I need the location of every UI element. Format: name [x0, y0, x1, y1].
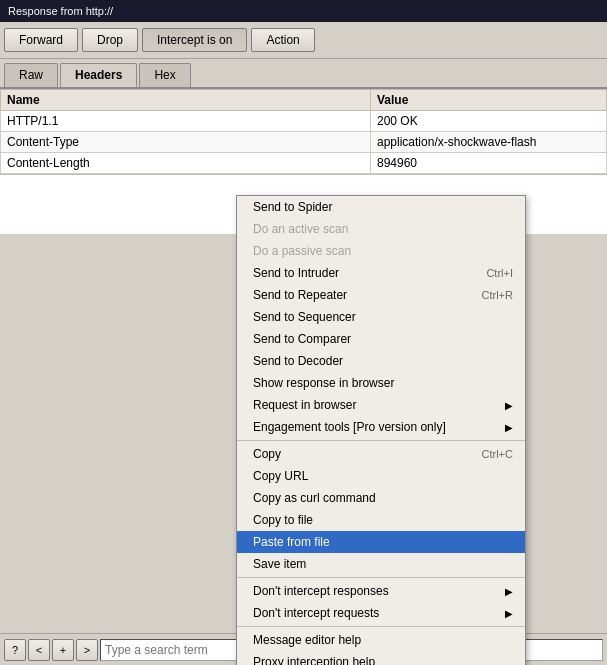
- menu-item-label: Copy: [253, 447, 281, 461]
- submenu-arrow-icon: ▶: [505, 608, 513, 619]
- menu-item: Do a passive scan: [237, 240, 525, 262]
- menu-item-label: Request in browser: [253, 398, 356, 412]
- table-row: HTTP/1.1200 OK: [1, 111, 607, 132]
- menu-item[interactable]: CopyCtrl+C: [237, 443, 525, 465]
- menu-item-shortcut: Ctrl+R: [482, 289, 513, 301]
- table-row: Content-Length894960: [1, 153, 607, 174]
- cell-name: Content-Length: [1, 153, 371, 174]
- menu-item[interactable]: Send to RepeaterCtrl+R: [237, 284, 525, 306]
- menu-item[interactable]: Message editor help: [237, 629, 525, 651]
- menu-item[interactable]: Send to IntruderCtrl+I: [237, 262, 525, 284]
- menu-item-label: Show response in browser: [253, 376, 394, 390]
- menu-item[interactable]: Show response in browser: [237, 372, 525, 394]
- menu-item-label: Copy URL: [253, 469, 308, 483]
- menu-item[interactable]: Send to Comparer: [237, 328, 525, 350]
- plus-button[interactable]: +: [52, 639, 74, 661]
- menu-item[interactable]: Don't intercept requests▶: [237, 602, 525, 624]
- menu-item-label: Send to Comparer: [253, 332, 351, 346]
- title-text: Response from http://: [8, 5, 113, 17]
- drop-button[interactable]: Drop: [82, 28, 138, 52]
- context-menu: Send to SpiderDo an active scanDo a pass…: [236, 195, 526, 665]
- action-button[interactable]: Action: [251, 28, 314, 52]
- col-value: Value: [371, 90, 607, 111]
- menu-item[interactable]: Send to Decoder: [237, 350, 525, 372]
- menu-item[interactable]: Copy to file: [237, 509, 525, 531]
- forward-button[interactable]: Forward: [4, 28, 78, 52]
- title-bar: Response from http://: [0, 0, 607, 22]
- cell-name: Content-Type: [1, 132, 371, 153]
- menu-item[interactable]: Engagement tools [Pro version only]▶: [237, 416, 525, 438]
- menu-item-label: Do an active scan: [253, 222, 348, 236]
- menu-item-label: Proxy interception help: [253, 655, 375, 665]
- submenu-arrow-icon: ▶: [505, 400, 513, 411]
- menu-item-label: Don't intercept requests: [253, 606, 379, 620]
- cell-value: 200 OK: [371, 111, 607, 132]
- menu-separator: [237, 626, 525, 627]
- submenu-arrow-icon: ▶: [505, 586, 513, 597]
- menu-item[interactable]: Don't intercept responses▶: [237, 580, 525, 602]
- menu-item-label: Copy to file: [253, 513, 313, 527]
- menu-item-label: Do a passive scan: [253, 244, 351, 258]
- next-button[interactable]: >: [76, 639, 98, 661]
- menu-item[interactable]: Request in browser▶: [237, 394, 525, 416]
- menu-item[interactable]: Proxy interception help: [237, 651, 525, 665]
- menu-item-shortcut: Ctrl+I: [486, 267, 513, 279]
- menu-item[interactable]: Send to Spider: [237, 196, 525, 218]
- menu-item-label: Copy as curl command: [253, 491, 376, 505]
- menu-item-label: Save item: [253, 557, 306, 571]
- intercept-button[interactable]: Intercept is on: [142, 28, 247, 52]
- menu-item[interactable]: Copy as curl command: [237, 487, 525, 509]
- menu-item[interactable]: Send to Sequencer: [237, 306, 525, 328]
- menu-item-shortcut: Ctrl+C: [482, 448, 513, 460]
- menu-item-label: Send to Intruder: [253, 266, 339, 280]
- menu-item[interactable]: Paste from file: [237, 531, 525, 553]
- help-button[interactable]: ?: [4, 639, 26, 661]
- submenu-arrow-icon: ▶: [505, 422, 513, 433]
- col-name: Name: [1, 90, 371, 111]
- menu-item-label: Send to Sequencer: [253, 310, 356, 324]
- cell-value: application/x-shockwave-flash: [371, 132, 607, 153]
- menu-separator: [237, 577, 525, 578]
- menu-item-label: Don't intercept responses: [253, 584, 389, 598]
- table-row: Content-Typeapplication/x-shockwave-flas…: [1, 132, 607, 153]
- menu-item-label: Send to Spider: [253, 200, 332, 214]
- toolbar: Forward Drop Intercept is on Action: [0, 22, 607, 59]
- menu-item-label: Send to Repeater: [253, 288, 347, 302]
- menu-item[interactable]: Save item: [237, 553, 525, 575]
- menu-separator: [237, 440, 525, 441]
- tab-bar: Raw Headers Hex: [0, 59, 607, 89]
- menu-item-label: Paste from file: [253, 535, 330, 549]
- menu-item-label: Send to Decoder: [253, 354, 343, 368]
- tab-raw[interactable]: Raw: [4, 63, 58, 87]
- tab-headers[interactable]: Headers: [60, 63, 137, 87]
- menu-item: Do an active scan: [237, 218, 525, 240]
- menu-item-label: Engagement tools [Pro version only]: [253, 420, 446, 434]
- tab-hex[interactable]: Hex: [139, 63, 190, 87]
- cell-value: 894960: [371, 153, 607, 174]
- menu-item[interactable]: Copy URL: [237, 465, 525, 487]
- headers-table: Name Value HTTP/1.1200 OKContent-Typeapp…: [0, 89, 607, 174]
- menu-item-label: Message editor help: [253, 633, 361, 647]
- cell-name: HTTP/1.1: [1, 111, 371, 132]
- prev-button[interactable]: <: [28, 639, 50, 661]
